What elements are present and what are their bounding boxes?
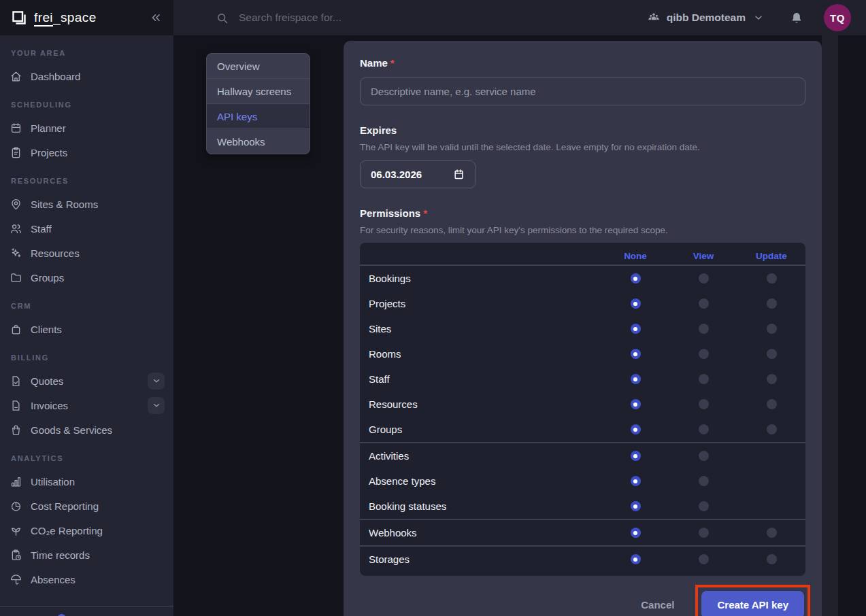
sidebar-item-time-records[interactable]: Time records (0, 543, 173, 567)
topbar: frei_space qibb Demoteam TQ (0, 0, 866, 35)
sidebar-item-projects[interactable]: Projects (0, 140, 173, 165)
search-input[interactable] (237, 11, 526, 24)
radio-rooms-update[interactable] (767, 349, 777, 359)
scrollbar-track[interactable] (822, 35, 838, 616)
permission-cell-view (669, 476, 737, 486)
sidebar-item-resources[interactable]: Resources (0, 241, 173, 265)
submenu-item-overview[interactable]: Overview (207, 54, 310, 78)
sidebar-item-planner[interactable]: Planner (0, 116, 173, 140)
sidebar-item-groups[interactable]: Groups (0, 265, 173, 290)
radio-resources-update[interactable] (767, 399, 777, 409)
radio-sites-none[interactable] (631, 324, 641, 334)
api-key-form-panel: Name* Expires The API key will be valid … (344, 41, 822, 616)
radio-storages-view[interactable] (699, 554, 709, 564)
search-icon (216, 12, 229, 24)
radio-groups-none[interactable] (631, 424, 641, 434)
radio-bookings-view[interactable] (699, 273, 709, 284)
permission-cell-update (737, 349, 805, 359)
radio-sites-update[interactable] (767, 324, 777, 334)
sidebar-item-quotes[interactable]: Quotes (0, 369, 173, 393)
radio-rooms-view[interactable] (699, 349, 709, 359)
radio-projects-none[interactable] (631, 298, 641, 309)
create-api-key-button[interactable]: Create API key (701, 591, 804, 616)
permission-cell-view (669, 501, 737, 511)
radio-webhooks-none[interactable] (631, 528, 641, 538)
sidebar-item-co-e-reporting[interactable]: CO₂e Reporting (0, 518, 173, 543)
user-avatar[interactable]: TQ (824, 4, 851, 31)
sidebar-item-sites-rooms[interactable]: Sites & Rooms (0, 192, 173, 216)
submenu-item-hallway-screens[interactable]: Hallway screens (207, 78, 310, 103)
radio-activities-view[interactable] (699, 451, 709, 461)
permission-row-absence-types: Absence types (360, 468, 805, 494)
radio-absence-types-view[interactable] (699, 476, 709, 486)
radio-bookings-update[interactable] (767, 273, 777, 284)
submenu-item-api-keys[interactable]: API keys (207, 103, 310, 129)
submenu-item-webhooks[interactable]: Webhooks (207, 129, 310, 154)
radio-groups-update[interactable] (767, 424, 777, 434)
home-icon (10, 70, 22, 83)
settings-submenu: OverviewHallway screensAPI keysWebhooks (206, 53, 310, 154)
sidebar-item-label: Clients (31, 324, 62, 335)
permissions-group: Webhooks (360, 519, 805, 545)
radio-rooms-none[interactable] (631, 349, 641, 359)
radio-staff-update[interactable] (767, 374, 777, 384)
radio-storages-none[interactable] (631, 554, 641, 564)
permission-cell-none (601, 298, 669, 309)
sidebar-item-clients[interactable]: Clients (0, 317, 173, 341)
sidebar-item-absences[interactable]: Absences (0, 567, 173, 592)
radio-storages-update[interactable] (767, 554, 777, 564)
radio-resources-view[interactable] (699, 399, 709, 409)
team-switcher[interactable]: qibb Demoteam (647, 11, 764, 24)
permission-row-label: Absence types (360, 475, 601, 487)
notifications-button[interactable] (790, 11, 803, 24)
permission-row-label: Bookings (360, 273, 601, 284)
sidebar-section-title-your-area: YOUR AREA (0, 37, 173, 64)
permissions-table: NoneViewUpdateBookingsProjectsSitesRooms… (360, 243, 805, 576)
permission-cell-none (601, 476, 669, 486)
sidebar-item-label: Invoices (31, 400, 68, 411)
permission-row-label: Resources (360, 398, 601, 410)
expires-help-text: The API key will be valid until the sele… (360, 142, 805, 152)
expand-quotes-button[interactable] (148, 373, 165, 390)
expires-date-input[interactable]: 06.03.2026 (360, 160, 476, 188)
radio-resources-none[interactable] (631, 399, 641, 409)
sidebar-item-label: Time records (31, 549, 90, 561)
app-body: YOUR AREADashboardSCHEDULINGPlannerProje… (0, 35, 866, 616)
radio-webhooks-view[interactable] (699, 528, 709, 538)
name-input[interactable] (360, 78, 805, 105)
sidebar-item-cost-reporting[interactable]: Cost Reporting (0, 494, 173, 518)
radio-booking-statuses-none[interactable] (631, 501, 641, 511)
collapse-sidebar-button[interactable] (149, 11, 163, 24)
permission-row-bookings: Bookings (360, 266, 805, 291)
radio-groups-view[interactable] (699, 424, 709, 434)
permissions-header-row: NoneViewUpdate (360, 247, 805, 264)
sidebar-item-label: Quotes (31, 375, 63, 387)
permission-cell-none (601, 324, 669, 334)
sidebar-item-label: Groups (31, 272, 64, 284)
expand-invoices-button[interactable] (148, 397, 165, 414)
radio-booking-statuses-view[interactable] (699, 501, 709, 511)
radio-activities-none[interactable] (631, 451, 641, 461)
sidebar-item-dashboard[interactable]: Dashboard (0, 64, 173, 88)
cancel-button[interactable]: Cancel (641, 599, 674, 611)
calendar-icon[interactable] (453, 169, 465, 180)
radio-projects-view[interactable] (699, 298, 709, 309)
radio-staff-view[interactable] (699, 374, 709, 384)
radio-webhooks-update[interactable] (767, 528, 777, 538)
sidebar-item-utilisation[interactable]: Utilisation (0, 469, 173, 494)
radio-absence-types-none[interactable] (631, 476, 641, 486)
sidebar-item-invoices[interactable]: Invoices (0, 393, 173, 417)
permission-cell-view (669, 554, 737, 564)
radio-projects-update[interactable] (767, 298, 777, 309)
sidebar-item-label: Dashboard (31, 71, 80, 82)
permission-row-label: Staff (360, 373, 601, 385)
radio-sites-view[interactable] (699, 324, 709, 334)
permission-cell-view (669, 528, 737, 538)
radio-staff-none[interactable] (631, 374, 641, 384)
column-header-none: None (601, 251, 669, 261)
radio-bookings-none[interactable] (631, 273, 641, 284)
sidebar-item-staff[interactable]: Staff (0, 216, 173, 241)
permission-row-groups: Groups (360, 417, 805, 442)
bar-chart-icon (10, 475, 22, 488)
sidebar-item-goods-services[interactable]: Goods & Services (0, 417, 173, 442)
